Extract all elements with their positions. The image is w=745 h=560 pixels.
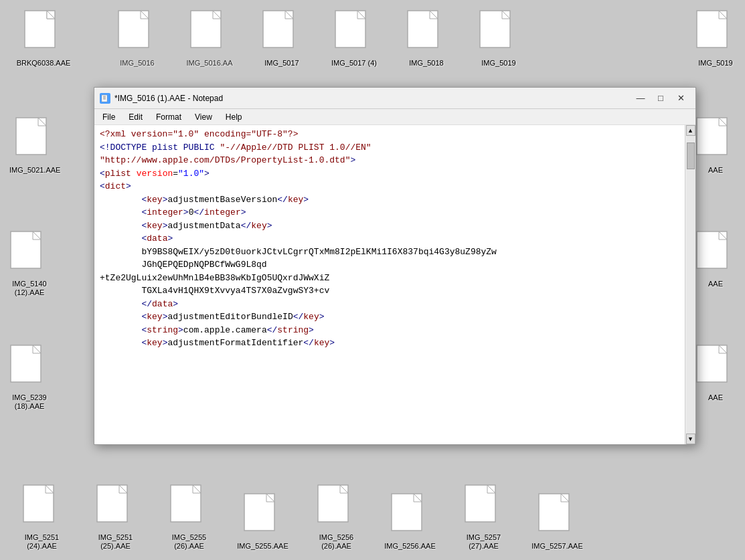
- list-item[interactable]: IMG_5257(27).AAE: [448, 481, 519, 553]
- file-label: IMG_5251(24).AAE: [25, 533, 59, 551]
- content-line: <key>adjustmentFormatIdentifier</key>: [100, 337, 690, 350]
- list-item[interactable]: IMG_5017: [252, 7, 312, 70]
- file-label: IMG_5019: [481, 59, 515, 68]
- window-controls: — □ ✕: [631, 91, 690, 106]
- list-item[interactable]: IMG_5255.AAE: [228, 490, 298, 553]
- file-icon: [479, 9, 519, 56]
- list-item[interactable]: IMG_5255(26).AAE: [154, 481, 224, 553]
- content-line: <key>adjustmentEditorBundleID</key>: [100, 310, 690, 324]
- file-label: IMG_5256.AAE: [384, 542, 435, 551]
- maximize-button[interactable]: □: [651, 91, 670, 106]
- list-item[interactable]: IMG_5019: [693, 7, 738, 70]
- file-label: AAE: [708, 393, 723, 402]
- file-label: IMG_5239(18).AAE: [12, 393, 46, 411]
- file-icon: [695, 344, 736, 391]
- menu-format[interactable]: Format: [151, 110, 187, 124]
- file-icon: [695, 9, 736, 56]
- file-icon: [169, 484, 210, 531]
- desktop: BRKQ6038.AAE IMG_5016 IMG_5016.AA IMG_50…: [0, 0, 745, 560]
- close-button[interactable]: ✕: [671, 91, 690, 106]
- content-line: +tZe2UgLuix2ewUhMnlB4eBB38wKbIgO5UQxrdJW…: [100, 272, 690, 285]
- svg-rect-45: [102, 95, 107, 102]
- list-item[interactable]: IMG_5017 (4): [324, 7, 384, 70]
- file-icon: [96, 484, 136, 531]
- file-icon: [695, 230, 736, 277]
- content-line: <dict>: [100, 180, 690, 193]
- content-line: <!DOCTYPE plist PUBLIC "-//Apple//DTD PL…: [100, 141, 690, 155]
- content-line: <plist version="1.0">: [100, 167, 690, 181]
- content-line: <string>com.apple.camera</string>: [100, 324, 690, 337]
- list-item[interactable]: IMG_5251(25).AAE: [80, 481, 151, 553]
- file-label: IMG_5257.AAE: [531, 542, 582, 551]
- content-line: </data>: [100, 298, 690, 311]
- file-label: IMG_5018: [409, 59, 443, 68]
- notepad-window: *IMG_5016 (1).AAE - Notepad — □ ✕ File E…: [94, 87, 696, 445]
- file-icon: [390, 492, 430, 539]
- list-item[interactable]: IMG_5019: [469, 7, 529, 70]
- list-item[interactable]: BRKQ6038.AAE: [7, 7, 80, 70]
- file-label: IMG_5016.AA: [186, 59, 232, 68]
- file-icon: [189, 9, 230, 56]
- content-line: <key>adjustmentData</key>: [100, 219, 690, 233]
- menu-view[interactable]: View: [189, 110, 218, 124]
- minimize-button[interactable]: —: [631, 91, 650, 106]
- file-label: AAE: [708, 280, 723, 288]
- content-line: <data>: [100, 232, 690, 246]
- list-item[interactable]: IMG_5239(18).AAE: [7, 341, 52, 413]
- list-item[interactable]: AAE: [693, 227, 738, 291]
- scroll-down-arrow[interactable]: ▼: [686, 434, 695, 444]
- file-icon: [9, 230, 50, 277]
- content-line: <integer>0</integer>: [100, 206, 690, 219]
- content-line: "http://www.apple.com/DTDs/PropertyList-…: [100, 154, 690, 167]
- list-item[interactable]: IMG_5251(24).AAE: [7, 481, 77, 553]
- list-item[interactable]: IMG_5257.AAE: [522, 490, 592, 553]
- file-label: IMG_5140(12).AAE: [12, 280, 46, 297]
- menu-help[interactable]: Help: [220, 110, 248, 124]
- file-label: IMG_5256(26).AAE: [319, 533, 353, 551]
- scroll-thumb[interactable]: [687, 143, 695, 169]
- file-icon: [695, 116, 736, 163]
- list-item[interactable]: IMG_5256.AAE: [375, 490, 445, 553]
- file-icon: [464, 484, 504, 531]
- file-label: IMG_5257(27).AAE: [467, 533, 501, 551]
- file-label: IMG_5019: [698, 59, 732, 68]
- file-label: IMG_5021.AAE: [9, 166, 60, 175]
- menu-bar: File Edit Format View Help: [94, 109, 695, 125]
- file-label: IMG_5017 (4): [331, 59, 377, 68]
- list-item[interactable]: IMG_5016.AA: [179, 7, 240, 70]
- vertical-scrollbar[interactable]: ▲ ▼: [685, 125, 695, 444]
- file-icon: [317, 484, 357, 531]
- list-item[interactable]: IMG_5021.AAE: [7, 114, 63, 177]
- content-line: JGhQEPQEDpNQPBCfWwG9L8qd: [100, 258, 690, 272]
- scroll-up-arrow[interactable]: ▲: [686, 125, 695, 136]
- text-area-container: <?xml version="1.0" encoding="UTF-8"?> <…: [94, 125, 695, 444]
- file-icon: [23, 9, 64, 56]
- file-icon: [15, 116, 55, 163]
- content-line: <key>adjustmentBaseVersion</key>: [100, 193, 690, 207]
- file-label: IMG_5255(26).AAE: [172, 533, 206, 551]
- list-item[interactable]: AAE: [693, 114, 738, 177]
- list-item[interactable]: IMG_5018: [396, 7, 457, 70]
- scroll-track[interactable]: [686, 136, 695, 434]
- list-item[interactable]: AAE: [693, 341, 738, 405]
- file-icon: [537, 492, 578, 539]
- list-item[interactable]: IMG_5140(12).AAE: [7, 227, 52, 300]
- title-bar: *IMG_5016 (1).AAE - Notepad — □ ✕: [94, 88, 695, 109]
- file-label: BRKQ6038.AAE: [17, 59, 71, 68]
- content-line: TGXLa4vH1QHX9tXvvya4TS7X0aZvgwSY3+cv: [100, 284, 690, 298]
- menu-file[interactable]: File: [97, 110, 120, 124]
- text-editor[interactable]: <?xml version="1.0" encoding="UTF-8"?> <…: [94, 125, 695, 444]
- file-icon: [117, 9, 157, 56]
- file-icon: [243, 492, 283, 539]
- content-line: bY9BS8QwEIX/y5zD0t0uorkJCtvLCgrrQTxMm8I2…: [100, 246, 690, 259]
- file-label: IMG_5251(25).AAE: [98, 533, 133, 551]
- file-icon: [9, 344, 50, 391]
- file-icon: [22, 484, 62, 531]
- file-icon: [262, 9, 302, 56]
- menu-edit[interactable]: Edit: [123, 110, 148, 124]
- list-item[interactable]: IMG_5016: [107, 7, 167, 70]
- list-item[interactable]: IMG_5256(26).AAE: [301, 481, 371, 553]
- file-icon: [406, 9, 446, 56]
- window-title: *IMG_5016 (1).AAE - Notepad: [114, 94, 631, 103]
- file-label: IMG_5016: [120, 59, 154, 68]
